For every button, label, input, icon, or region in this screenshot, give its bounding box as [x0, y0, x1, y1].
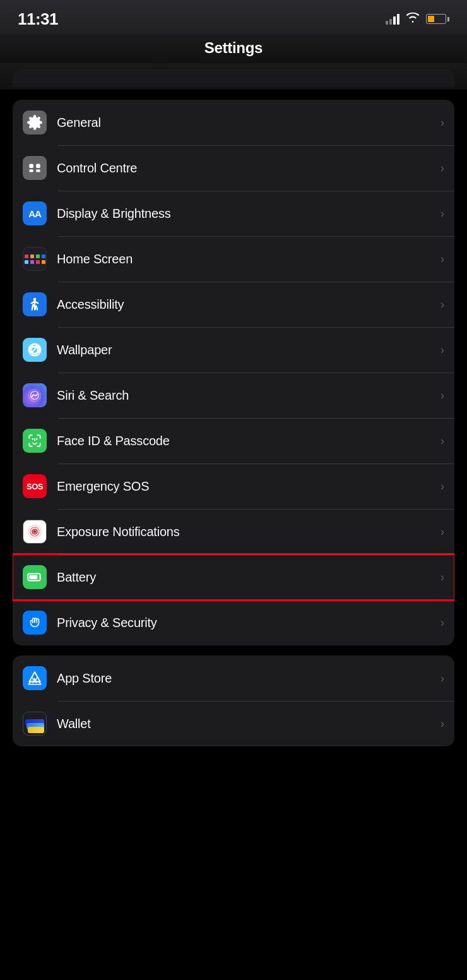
sidebar-item-face-id[interactable]: Face ID & Passcode ›: [13, 418, 454, 463]
svg-point-6: [33, 298, 36, 301]
app-store-label: App Store: [57, 671, 435, 686]
wallet-icon: [23, 712, 47, 736]
svg-rect-1: [36, 164, 40, 169]
svg-text:A: A: [32, 677, 37, 684]
siri-chevron: ›: [440, 389, 444, 402]
emergency-sos-chevron: ›: [440, 480, 444, 493]
siri-label: Siri & Search: [57, 388, 435, 403]
status-time: 11:31: [18, 9, 58, 29]
home-screen-chevron: ›: [440, 253, 444, 266]
sidebar-item-home-screen[interactable]: Home Screen ›: [13, 236, 454, 282]
svg-rect-17: [29, 575, 37, 580]
privacy-security-chevron: ›: [440, 616, 444, 630]
exposure-icon: [23, 520, 47, 544]
general-chevron: ›: [440, 116, 444, 129]
accessibility-label: Accessibility: [57, 297, 435, 312]
siri-icon: [23, 383, 47, 407]
face-id-chevron: ›: [440, 434, 444, 448]
wallpaper-icon: [23, 338, 47, 362]
sidebar-item-wallet[interactable]: Wallet ›: [13, 701, 454, 746]
sidebar-item-general[interactable]: General ›: [13, 100, 454, 145]
status-bar: 11:31: [0, 0, 467, 34]
sidebar-item-wallpaper[interactable]: Wallpaper ›: [13, 327, 454, 373]
sidebar-item-emergency-sos[interactable]: SOS Emergency SOS ›: [13, 463, 454, 509]
emergency-sos-label: Emergency SOS: [57, 479, 435, 494]
sidebar-item-exposure[interactable]: Exposure Notifications ›: [13, 509, 454, 554]
display-chevron: ›: [440, 207, 444, 220]
sidebar-item-privacy-security[interactable]: Privacy & Security ›: [13, 600, 454, 645]
sidebar-item-app-store[interactable]: A App Store ›: [13, 655, 454, 701]
home-screen-icon: [23, 247, 47, 271]
wallet-chevron: ›: [440, 717, 444, 731]
apps-settings-section: A App Store › Wallet ›: [13, 655, 454, 746]
battery-chevron: ›: [440, 571, 444, 584]
exposure-label: Exposure Notifications: [57, 525, 435, 539]
scroll-artifact: [13, 69, 454, 87]
status-icons: [386, 12, 449, 26]
sidebar-item-battery[interactable]: Battery ›: [13, 554, 454, 600]
accessibility-icon: [23, 292, 47, 316]
general-label: General: [57, 116, 435, 130]
sidebar-item-display-brightness[interactable]: AA Display & Brightness ›: [13, 191, 454, 236]
display-label: Display & Brightness: [57, 206, 435, 221]
control-centre-icon: [23, 156, 47, 180]
privacy-security-label: Privacy & Security: [57, 616, 435, 630]
nav-bar: Settings: [0, 34, 467, 63]
control-centre-chevron: ›: [440, 162, 444, 175]
wallpaper-chevron: ›: [440, 344, 444, 357]
control-centre-label: Control Centre: [57, 161, 435, 176]
face-id-icon: [23, 429, 47, 453]
display-icon: AA: [23, 201, 47, 225]
app-store-chevron: ›: [440, 672, 444, 685]
exposure-chevron: ›: [440, 525, 444, 539]
page-title: Settings: [204, 39, 263, 57]
face-id-label: Face ID & Passcode: [57, 434, 435, 448]
wallpaper-label: Wallpaper: [57, 343, 435, 357]
sidebar-item-siri-search[interactable]: Siri & Search ›: [13, 373, 454, 418]
wifi-icon: [406, 12, 420, 26]
emergency-sos-icon: SOS: [23, 474, 47, 498]
svg-rect-3: [36, 169, 40, 172]
wallet-label: Wallet: [57, 717, 435, 731]
home-screen-label: Home Screen: [57, 252, 435, 266]
sidebar-item-control-centre[interactable]: Control Centre ›: [13, 145, 454, 191]
accessibility-chevron: ›: [440, 298, 444, 311]
general-icon: [23, 111, 47, 134]
battery-label: Battery: [57, 570, 435, 585]
app-store-icon: A: [23, 666, 47, 690]
battery-status-icon: [426, 14, 449, 24]
main-settings-section: General › Control Centre › AA Display & …: [13, 100, 454, 645]
svg-rect-0: [29, 164, 33, 169]
battery-icon-setting: [23, 565, 47, 589]
svg-rect-2: [29, 169, 33, 172]
svg-point-15: [33, 530, 36, 533]
privacy-icon: [23, 611, 47, 635]
signal-icon: [386, 13, 399, 25]
sidebar-item-accessibility[interactable]: Accessibility ›: [13, 282, 454, 327]
